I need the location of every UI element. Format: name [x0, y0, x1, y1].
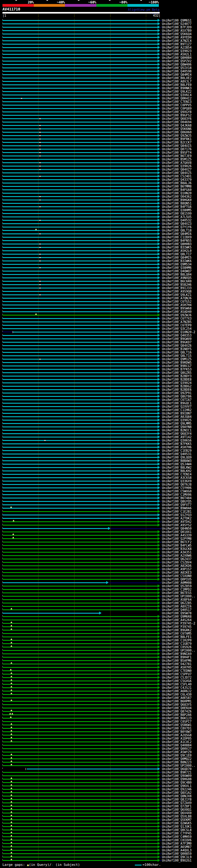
hit-label[interactable]: UniRef100_Q2WGK5	[162, 822, 192, 825]
hit-line[interactable]	[2, 633, 158, 634]
hit-label[interactable]: UniRef100_Q40517	[162, 608, 192, 612]
hit-line[interactable]	[2, 647, 158, 648]
hit-line[interactable]	[2, 122, 158, 123]
hit-line[interactable]	[2, 813, 158, 813]
hit-label[interactable]: UniRef100_C6L430	[162, 693, 192, 696]
hit-line[interactable]	[2, 250, 158, 251]
hit-line[interactable]	[2, 643, 158, 644]
hit-line[interactable]	[2, 430, 158, 431]
hit-label[interactable]: UniRef100_Q9LMM5	[162, 422, 192, 425]
hit-label[interactable]: UniRef100_B9GFS2	[162, 114, 192, 117]
hit-label[interactable]: UniRef100_Q38HM5	[162, 209, 192, 212]
hit-label[interactable]: UniRef100_Q6X0Q1	[162, 808, 192, 811]
hit-label[interactable]: UniRef100_O04362	[162, 195, 192, 198]
hit-line[interactable]	[2, 460, 158, 461]
hit-label[interactable]: UniRef100_Q39023	[162, 49, 192, 53]
hit-label[interactable]: UniRef100_A0JQ84	[162, 415, 192, 418]
hit-label[interactable]: UniRef100_Q10N20-2	[162, 331, 195, 334]
hit-line[interactable]	[2, 376, 158, 377]
hit-label[interactable]: UniRef100_Q07176	[162, 148, 192, 151]
hit-line[interactable]	[2, 169, 158, 170]
hit-label[interactable]: UniRef100_UPI000..	[162, 649, 195, 652]
hit-line[interactable]	[2, 450, 158, 451]
hit-line[interactable]	[2, 518, 158, 519]
hit-label[interactable]: UniRef100_Q5K6Q4	[162, 32, 192, 36]
hit-label[interactable]: UniRef100_B8P2A6	[162, 713, 192, 716]
hit-label[interactable]: UniRef100_B3GCK8	[162, 547, 192, 551]
hit-line[interactable]	[2, 494, 158, 495]
hit-label[interactable]: UniRef100_P39745-2	[162, 622, 195, 625]
hit-line[interactable]	[2, 538, 158, 539]
hit-label[interactable]: UniRef100_Q683Y6	[162, 117, 192, 120]
hit-line[interactable]	[2, 572, 158, 573]
hit-line[interactable]	[2, 260, 158, 261]
hit-label[interactable]: UniRef100_Q39025	[162, 418, 192, 422]
hit-line[interactable]	[2, 237, 158, 238]
hit-line[interactable]	[2, 399, 158, 400]
hit-label[interactable]: UniRef100_Q40532	[162, 219, 192, 222]
hit-label[interactable]: UniRef100_C5PFU7	[162, 673, 192, 676]
hit-label[interactable]: UniRef100_Q3C254	[162, 327, 192, 331]
hit-label[interactable]: UniRef100_A5WYZ9	[162, 750, 192, 754]
hit-label[interactable]: UniRef100_C5XUN0	[162, 574, 192, 578]
hit-line[interactable]	[2, 403, 158, 404]
hit-label[interactable]: UniRef100_A4S339	[162, 534, 192, 537]
hit-line[interactable]	[2, 555, 158, 556]
hit-label[interactable]: UniRef100_Q0MQZ2	[162, 757, 192, 761]
hit-line[interactable]	[2, 504, 158, 505]
hit-label[interactable]: UniRef100_C0S926	[162, 645, 192, 649]
hit-label[interactable]: UniRef100_Q84N50	[162, 527, 192, 530]
hit-label[interactable]: UniRef100_B9SW68	[162, 307, 192, 310]
hit-line[interactable]	[2, 199, 158, 200]
hit-line[interactable]	[2, 762, 158, 763]
hit-line[interactable]	[2, 772, 158, 773]
hit-label[interactable]: UniRef100_B6TCF2	[162, 540, 192, 544]
hit-label[interactable]: UniRef100_Q5K6N6	[162, 127, 192, 130]
hit-label[interactable]: UniRef100_B2NIC1	[162, 429, 192, 432]
hit-label[interactable]: UniRef100_B6K1J3	[162, 716, 192, 720]
hit-line[interactable]	[2, 166, 158, 166]
hit-line[interactable]	[2, 308, 158, 309]
hit-line[interactable]	[2, 342, 158, 343]
hit-line[interactable]	[2, 95, 158, 95]
hit-label[interactable]: UniRef100_O42781	[162, 662, 192, 666]
hit-label[interactable]: UniRef100_B9RDW5	[162, 361, 192, 364]
hit-label[interactable]: UniRef100_Q683Y5	[162, 703, 192, 706]
hit-line[interactable]	[2, 427, 158, 427]
hit-label[interactable]: UniRef100_Q8LT15	[162, 354, 192, 358]
hit-line[interactable]	[2, 186, 158, 187]
hit-label[interactable]: UniRef100_C5Z8V4	[162, 561, 192, 564]
hit-label[interactable]: UniRef100_Q3V6C4	[162, 93, 192, 97]
hit-label[interactable]: UniRef100_C6TAM5	[162, 632, 192, 635]
hit-label[interactable]: UniRef100_A5H2L0	[162, 249, 192, 252]
hit-line[interactable]	[2, 576, 158, 577]
hit-line[interactable]	[2, 799, 158, 800]
hit-label[interactable]: UniRef100_A1CUC2	[162, 740, 192, 744]
hit-line[interactable]	[2, 23, 158, 24]
hit-label[interactable]: UniRef100_Q96VL1	[162, 784, 192, 787]
hit-label[interactable]: UniRef100_Q5PZV2	[162, 59, 192, 63]
hit-line[interactable]	[2, 138, 158, 140]
hit-line[interactable]	[2, 206, 158, 207]
hit-line[interactable]	[2, 667, 158, 668]
hit-label[interactable]: UniRef100_A4S264	[162, 618, 192, 622]
hit-line[interactable]	[2, 345, 158, 346]
hit-label[interactable]: UniRef100_Q84XZ6	[162, 344, 192, 347]
hit-label[interactable]: UniRef100_A6SM87	[162, 845, 192, 848]
hit-line[interactable]	[2, 802, 158, 803]
hit-label[interactable]: UniRef100_A6R6J2	[162, 689, 192, 693]
hit-label[interactable]: UniRef100_Q0R4I2	[162, 97, 192, 100]
hit-label[interactable]: UniRef100_Q5IV18	[162, 66, 192, 70]
hit-label[interactable]: UniRef100_B6TES5	[162, 591, 192, 595]
hit-label[interactable]: UniRef100_Q84XZ5	[162, 171, 192, 175]
hit-label[interactable]: UniRef100_C5FL40	[162, 683, 192, 686]
hit-line[interactable]	[2, 454, 158, 455]
hit-label[interactable]: UniRef100_B8LFE1	[162, 635, 192, 639]
hit-label[interactable]: UniRef100_A5AD40	[162, 310, 192, 313]
hit-line[interactable]	[2, 54, 158, 55]
hit-line[interactable]	[2, 71, 158, 72]
hit-label[interactable]: UniRef100_B9I8N7	[162, 412, 192, 415]
hit-line[interactable]	[2, 626, 158, 627]
hit-line[interactable]	[2, 162, 158, 163]
hit-label[interactable]: UniRef100_C6TIA7	[162, 398, 192, 402]
